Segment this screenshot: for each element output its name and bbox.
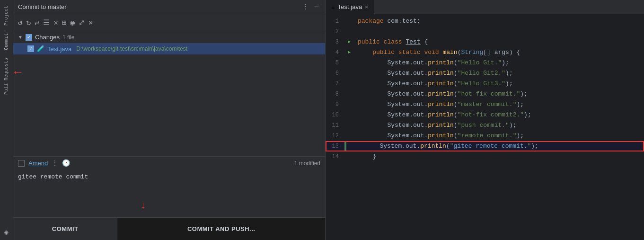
sidebar-project[interactable]: Project (2, 2, 11, 29)
transfer-icon[interactable]: ⇄ (35, 18, 39, 27)
code-line-13: 13 System.out.println("gitee remote comm… (326, 141, 644, 151)
commit-buttons-bar: COMMIT COMMIT AND PUSH... (13, 217, 325, 240)
close-icon[interactable]: ✕ (53, 18, 58, 27)
changes-label: Changes (35, 34, 60, 41)
code-line-14: 14 } (326, 151, 644, 162)
code-line-12: 12 System.out.println("remote commit."); (326, 131, 644, 141)
commit-and-push-button[interactable]: COMMIT AND PUSH... (117, 218, 325, 240)
amend-bar: Amend ⋮ 🕐 1 modified (13, 156, 325, 169)
panel-header: Commit to master ⋮ ─ (13, 0, 325, 14)
commit-panel: Commit to master ⋮ ─ ↺ ↻ ⇄ ☰ ✕ ⊞ ◉ ⤢ ✕ ▼… (13, 0, 326, 240)
amend-history-icon[interactable]: 🕐 (62, 159, 70, 167)
code-line-8: 8 System.out.println("hot-fix commit."); (326, 89, 644, 99)
java-file-icon: 🧪 (37, 45, 44, 53)
file-name: Test.java (47, 45, 71, 53)
sidebar-commit[interactable]: Commit (2, 29, 11, 54)
tab-filename: Test.java (338, 3, 362, 10)
changes-header: ▼ ✓ Changes 1 file (13, 31, 325, 43)
changes-select-all-checkbox[interactable]: ✓ (26, 34, 32, 41)
minimize-icon[interactable]: ─ (313, 2, 320, 12)
code-line-1: 1 package com.test; (326, 16, 644, 27)
amend-menu-icon[interactable]: ⋮ (52, 159, 58, 167)
amend-label[interactable]: Amend (28, 160, 48, 167)
file-path: D:\workspace\git-test\src\main\java\com\… (76, 45, 187, 52)
grid-icon[interactable]: ⊞ (62, 18, 67, 27)
toolbar: ↺ ↻ ⇄ ☰ ✕ ⊞ ◉ ⤢ ✕ (13, 14, 325, 31)
code-editor: ☕ Test.java ✕ 1 package com.test; 2 3 ▶ … (326, 0, 644, 240)
code-line-7: 7 System.out.println("Hello Git3."); (326, 79, 644, 89)
code-line-5: 5 System.out.println("Hello Git."); (326, 58, 644, 68)
tab-close-icon[interactable]: ✕ (365, 4, 368, 10)
git-logo-icon: ◉ (4, 228, 8, 236)
settings-icon[interactable]: ✕ (88, 18, 93, 27)
editor-tabs: ☕ Test.java ✕ (326, 0, 644, 14)
code-area: 1 package com.test; 2 3 ▶ public class T… (326, 14, 644, 240)
commit-message-area: gitee remote commit (13, 169, 325, 217)
panel-title: Commit to master (18, 3, 67, 10)
file-item[interactable]: ✓ 🧪 Test.java D:\workspace\git-test\src\… (13, 43, 325, 54)
view-icon[interactable]: ◉ (70, 18, 75, 27)
code-line-9: 9 System.out.println("master commit."); (326, 99, 644, 110)
changes-count: 1 file (62, 34, 74, 41)
code-line-6: 6 System.out.println("Hello Git2."); (326, 68, 644, 79)
refresh-icon[interactable]: ↺ (18, 18, 23, 27)
code-line-11: 11 System.out.println("push commit."); (326, 120, 644, 131)
list-icon[interactable]: ☰ (43, 18, 50, 27)
code-line-4: 4 ▶ public static void main(String[] arg… (326, 47, 644, 58)
changes-section: ▼ ✓ Changes 1 file ✓ 🧪 Test.java D:\work… (13, 31, 325, 156)
run-gutter-icon-4[interactable]: ▶ (348, 47, 351, 58)
commit-message-input[interactable]: gitee remote commit (18, 173, 320, 211)
code-line-3: 3 ▶ public class Test { (326, 37, 644, 47)
vertical-sidebar: Project Commit Pull Requests ◉ (0, 0, 13, 240)
sidebar-pull-requests[interactable]: Pull Requests (2, 54, 11, 98)
file-checkbox[interactable]: ✓ (27, 45, 34, 52)
code-line-2: 2 (326, 27, 644, 37)
amend-checkbox[interactable] (18, 160, 25, 167)
commit-button[interactable]: COMMIT (13, 218, 117, 240)
header-icons: ⋮ ─ (300, 2, 320, 12)
java-tab-icon: ☕ (331, 3, 335, 11)
editor-tab-test-java[interactable]: ☕ Test.java ✕ (326, 0, 374, 14)
expand-icon[interactable]: ⤢ (79, 18, 85, 27)
expand-arrow-icon[interactable]: ▼ (18, 35, 23, 40)
code-line-10: 10 System.out.println("hot-fix commit2."… (326, 110, 644, 120)
menu-dots-icon[interactable]: ⋮ (300, 2, 311, 12)
run-gutter-icon-3[interactable]: ▶ (348, 37, 351, 47)
modified-badge: 1 modified (294, 160, 320, 167)
undo-icon[interactable]: ↻ (26, 18, 31, 27)
